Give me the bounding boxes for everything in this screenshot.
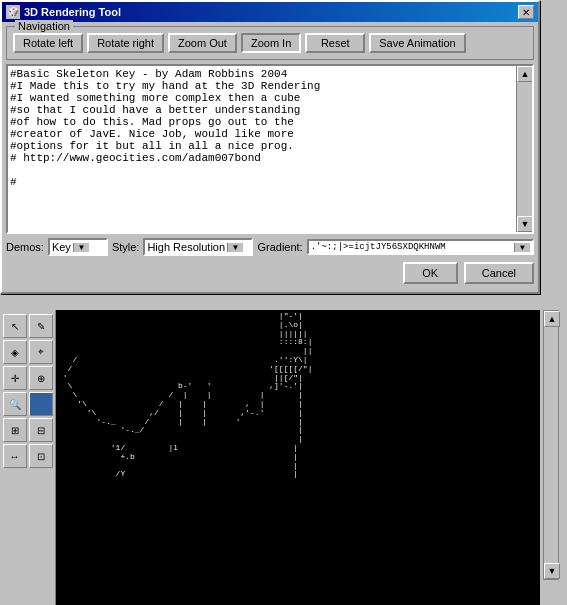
app-icon: 🎲 xyxy=(6,5,20,19)
close-button[interactable]: ✕ xyxy=(518,5,534,19)
code-text-area-container: ▲ ▼ xyxy=(6,64,534,234)
text-scrollbar[interactable]: ▲ ▼ xyxy=(516,66,532,232)
tool-row-3: ✛ ⊕ xyxy=(3,366,53,390)
ok-button[interactable]: OK xyxy=(403,262,458,284)
tool-pen[interactable]: ✎ xyxy=(29,314,53,338)
code-text-area[interactable] xyxy=(8,66,516,232)
scroll-track[interactable] xyxy=(517,82,532,216)
gradient-label: Gradient: xyxy=(257,241,302,253)
cancel-button[interactable]: Cancel xyxy=(464,262,534,284)
rotate-left-button[interactable]: Rotate left xyxy=(13,33,83,53)
navigation-toolbar: Rotate left Rotate right Zoom Out Zoom I… xyxy=(13,31,527,53)
tool-color[interactable] xyxy=(29,392,53,416)
navigation-group: Navigation Rotate left Rotate right Zoom… xyxy=(6,26,534,60)
tool-row-5: ⊞ ⊟ xyxy=(3,418,53,442)
tool-row-1: ↖ ✎ xyxy=(3,314,53,338)
demos-select[interactable]: Key ▼ xyxy=(48,238,108,256)
tool-row-6: ↔ ⊡ xyxy=(3,444,53,468)
gradient-display: .'~:;|>=icjtJY56SXDQKHNWM ▼ xyxy=(307,239,534,255)
main-window: 🎲 3D Rendering Tool ✕ Navigation Rotate … xyxy=(0,0,540,294)
tool-extra[interactable]: ⊡ xyxy=(29,444,53,468)
tool-arrow[interactable]: ↖ xyxy=(3,314,27,338)
reset-button[interactable]: Reset xyxy=(305,33,365,53)
style-label: Style: xyxy=(112,241,140,253)
dialog-buttons: OK Cancel xyxy=(6,262,534,284)
render-canvas: |"-'| |.\o| |||||| ::::8:| xyxy=(56,310,540,605)
tool-move[interactable]: ✛ xyxy=(3,366,27,390)
demos-label: Demos: xyxy=(6,241,44,253)
style-select[interactable]: High Resolution ▼ xyxy=(143,238,253,256)
demos-value: Key xyxy=(52,241,73,253)
canvas-scroll-down[interactable]: ▼ xyxy=(544,563,560,579)
style-value: High Resolution xyxy=(147,241,227,253)
demos-dropdown-arrow[interactable]: ▼ xyxy=(73,243,89,252)
title-bar: 🎲 3D Rendering Tool ✕ xyxy=(2,2,538,22)
window-body: Navigation Rotate left Rotate right Zoom… xyxy=(2,22,538,292)
gradient-dropdown-arrow[interactable]: ▼ xyxy=(514,243,530,252)
tool-grid2[interactable]: ⊟ xyxy=(29,418,53,442)
gradient-value: .'~:;|>=icjtJY56SXDQKHNWM xyxy=(311,242,446,252)
tool-crosshair[interactable]: ⊕ xyxy=(29,366,53,390)
style-dropdown-arrow[interactable]: ▼ xyxy=(227,243,243,252)
tool-grid[interactable]: ⊞ xyxy=(3,418,27,442)
navigation-label: Navigation xyxy=(15,20,73,32)
canvas-scroll-track[interactable] xyxy=(544,327,558,563)
title-bar-left: 🎲 3D Rendering Tool xyxy=(6,5,121,19)
zoom-in-button[interactable]: Zoom In xyxy=(241,33,301,53)
tool-row-2: ◈ ⌖ xyxy=(3,340,53,364)
controls-row: Demos: Key ▼ Style: High Resolution ▼ Gr… xyxy=(6,238,534,256)
left-toolbar: ↖ ✎ ◈ ⌖ ✛ ⊕ 🔍 ⊞ ⊟ ↔ ⊡ xyxy=(0,310,56,605)
tool-row-4: 🔍 xyxy=(3,392,53,416)
canvas-scrollbar[interactable]: ▲ ▼ xyxy=(543,310,559,580)
tool-lasso[interactable]: ⌖ xyxy=(29,340,53,364)
zoom-out-button[interactable]: Zoom Out xyxy=(168,33,237,53)
tool-zoom[interactable]: 🔍 xyxy=(3,392,27,416)
scroll-up-button[interactable]: ▲ xyxy=(517,66,533,82)
rotate-right-button[interactable]: Rotate right xyxy=(87,33,164,53)
tool-select[interactable]: ◈ xyxy=(3,340,27,364)
tool-rotate[interactable]: ↔ xyxy=(3,444,27,468)
window-title: 3D Rendering Tool xyxy=(24,6,121,18)
scroll-down-button[interactable]: ▼ xyxy=(517,216,533,232)
save-animation-button[interactable]: Save Animation xyxy=(369,33,465,53)
canvas-scroll-up[interactable]: ▲ xyxy=(544,311,560,327)
ascii-art-display: |"-'| |.\o| |||||| ::::8:| xyxy=(56,310,540,605)
